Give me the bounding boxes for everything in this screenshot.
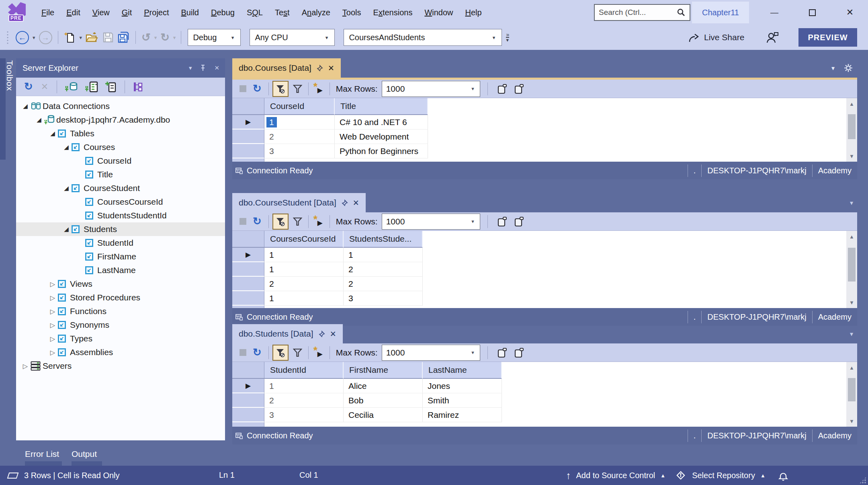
- collapsed-icon[interactable]: ▷: [47, 321, 58, 329]
- pin-icon[interactable]: [316, 65, 323, 72]
- column-indicator[interactable]: Col 1: [299, 471, 318, 480]
- tree-item-firstname[interactable]: FirstName: [16, 250, 225, 263]
- scrollbar-thumb[interactable]: [848, 248, 856, 282]
- close-icon[interactable]: ✕: [328, 64, 334, 73]
- cell[interactable]: 3: [264, 408, 344, 422]
- resize-grip[interactable]: [859, 477, 866, 484]
- chevron-up-icon[interactable]: ▲: [760, 473, 766, 479]
- tree-item-courses[interactable]: ◢Courses: [16, 140, 225, 154]
- max-rows-select[interactable]: 1000 ▾: [382, 81, 480, 97]
- menu-project[interactable]: Project: [138, 0, 175, 25]
- menu-window[interactable]: Window: [418, 0, 459, 25]
- stop-icon[interactable]: [240, 349, 246, 356]
- line-indicator[interactable]: Ln 1: [219, 471, 235, 480]
- menu-extensions[interactable]: Extensions: [367, 0, 419, 25]
- close-icon[interactable]: ✕: [214, 64, 219, 72]
- select-all-header[interactable]: [232, 362, 264, 379]
- cell[interactable]: Jones: [423, 379, 502, 393]
- menu-debug[interactable]: Debug: [205, 0, 241, 25]
- menu-tools[interactable]: Tools: [336, 0, 367, 25]
- row-selector[interactable]: ▶: [232, 379, 264, 393]
- refresh-icon[interactable]: ↻: [250, 82, 265, 95]
- refresh-icon[interactable]: ↻: [250, 346, 265, 359]
- undo-button[interactable]: ↺: [139, 29, 153, 46]
- cell[interactable]: 2: [344, 277, 423, 291]
- group-by-icon[interactable]: [130, 81, 147, 92]
- document-tab[interactable]: dbo.CourseStudent [Data] ✕: [232, 193, 366, 212]
- open-file-button[interactable]: [84, 29, 100, 46]
- add-to-source-control-button[interactable]: Add to Source Control: [576, 471, 655, 480]
- cell[interactable]: 1: [264, 262, 344, 277]
- tree-item-assemblies[interactable]: ▷Assemblies: [16, 345, 225, 359]
- column-header-courseid[interactable]: CourseId: [264, 98, 335, 115]
- cell[interactable]: Ramirez: [423, 408, 502, 422]
- refresh-icon[interactable]: ↻: [21, 80, 36, 93]
- script-icon[interactable]: [497, 347, 508, 358]
- pin-icon[interactable]: [200, 64, 206, 72]
- wand-icon[interactable]: *▶: [312, 215, 326, 228]
- bell-icon[interactable]: [778, 470, 788, 481]
- navigate-forward-button[interactable]: →: [37, 29, 54, 46]
- menu-sql[interactable]: SQL: [241, 0, 269, 25]
- startup-project-select[interactable]: CoursesAndStudents ▾: [344, 29, 502, 46]
- menu-view[interactable]: View: [86, 0, 116, 25]
- pin-icon[interactable]: [341, 199, 348, 206]
- script-icon[interactable]: [497, 216, 508, 227]
- column-header-coursescourseid[interactable]: CoursesCourseId: [264, 231, 344, 248]
- row-selector[interactable]: [232, 277, 264, 291]
- cell[interactable]: Alice: [344, 379, 423, 393]
- toolbar-grip[interactable]: [6, 31, 9, 44]
- tree-item-courseid[interactable]: CourseId: [16, 154, 225, 168]
- tree-item-desktop-j1pqhr7-academy-dbo[interactable]: ◢desktop-j1pqhr7.Academy.dbo: [16, 113, 225, 127]
- toolbox-tab[interactable]: Toolbox: [5, 60, 14, 91]
- wand-icon[interactable]: *▶: [312, 82, 326, 96]
- expanded-icon[interactable]: ◢: [61, 185, 72, 192]
- max-rows-select[interactable]: 1000 ▾: [382, 345, 480, 361]
- refresh-icon[interactable]: ↻: [250, 215, 265, 228]
- select-all-header[interactable]: [232, 98, 264, 115]
- gear-icon[interactable]: [843, 63, 853, 73]
- save-all-button[interactable]: [116, 29, 132, 46]
- vertical-scrollbar[interactable]: ▲ ▼: [846, 362, 857, 427]
- row-selector[interactable]: [232, 129, 264, 144]
- redo-button[interactable]: ↻: [158, 29, 172, 46]
- tree-item-tables[interactable]: ◢Tables: [16, 127, 225, 140]
- collapsed-icon[interactable]: ▷: [20, 362, 31, 370]
- column-header-title[interactable]: Title: [335, 98, 428, 115]
- minimize-button[interactable]: —: [762, 0, 787, 25]
- cell[interactable]: 2: [264, 129, 335, 144]
- tree-item-servers[interactable]: ▷Servers: [16, 359, 225, 373]
- tree-item-views[interactable]: ▷Views: [16, 277, 225, 291]
- cell[interactable]: 1: [264, 291, 344, 306]
- tree-item-stored-procedures[interactable]: ▷Stored Procedures: [16, 291, 225, 304]
- scroll-up-icon[interactable]: ▲: [849, 231, 854, 242]
- cell[interactable]: 3: [264, 144, 335, 158]
- expanded-icon[interactable]: ◢: [47, 130, 58, 137]
- new-project-dropdown[interactable]: ▾: [78, 35, 84, 41]
- cell[interactable]: 2: [264, 393, 344, 408]
- menu-help[interactable]: Help: [459, 0, 488, 25]
- connect-to-server-icon[interactable]: [82, 81, 101, 93]
- expanded-icon[interactable]: ◢: [61, 144, 72, 151]
- configuration-select[interactable]: Debug ▾: [188, 29, 241, 46]
- cell[interactable]: 1: [264, 115, 335, 129]
- row-selector[interactable]: ▶: [232, 115, 264, 129]
- scrollbar-thumb[interactable]: [848, 114, 856, 139]
- row-selector[interactable]: [232, 291, 264, 306]
- column-header-studentsstude[interactable]: StudentsStude...: [344, 231, 423, 248]
- scroll-down-icon[interactable]: ▼: [849, 297, 854, 308]
- vertical-scrollbar[interactable]: ▲ ▼: [846, 98, 857, 162]
- new-row-selector[interactable]: [232, 158, 264, 162]
- save-button[interactable]: [100, 29, 116, 46]
- document-tab[interactable]: dbo.Students [Data] ✕: [232, 324, 343, 343]
- close-button[interactable]: ✕: [837, 0, 862, 25]
- menu-test[interactable]: Test: [269, 0, 296, 25]
- document-dropdown-icon[interactable]: ▾: [850, 330, 853, 338]
- cell[interactable]: 2: [344, 262, 423, 277]
- navigate-back-button[interactable]: ←: [14, 29, 31, 46]
- script-icon[interactable]: [514, 83, 524, 95]
- error-list-tab[interactable]: Error List: [25, 449, 59, 459]
- select-all-header[interactable]: [232, 231, 264, 248]
- tree-item-studentid[interactable]: StudentId: [16, 236, 225, 250]
- redo-dropdown[interactable]: ▾: [172, 35, 178, 41]
